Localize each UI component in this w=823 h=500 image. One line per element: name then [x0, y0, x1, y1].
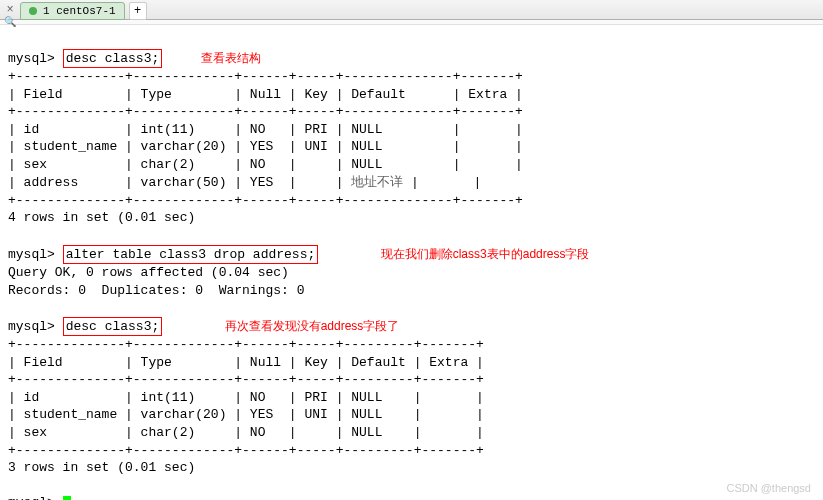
prompt: mysql>: [8, 319, 55, 334]
tbl2-row: | student_name | varchar(20) | YES | UNI…: [8, 407, 484, 422]
tbl2-row: | id | int(11) | NO | PRI | NULL | |: [8, 390, 484, 405]
tbl1-row-b: | |: [403, 175, 481, 190]
tbl2-row: | sex | char(2) | NO | | NULL | |: [8, 425, 484, 440]
tab-active[interactable]: 1 centOs7-1: [20, 2, 125, 20]
tbl1-row: | id | int(11) | NO | PRI | NULL | |: [8, 122, 523, 137]
tbl1-border: +--------------+-------------+------+---…: [8, 193, 523, 208]
annotation-3: 再次查看发现没有address字段了: [225, 319, 400, 333]
tbl2-header: | Field | Type | Null | Key | Default | …: [8, 355, 484, 370]
cmd-box-2: alter table class3 drop address;: [63, 245, 319, 265]
terminal-output[interactable]: mysql> desc class3; 查看表结构 +-------------…: [0, 25, 823, 500]
tbl2-border: +--------------+-------------+------+---…: [8, 337, 484, 352]
new-tab-button[interactable]: +: [129, 2, 147, 20]
addr-default: 地址不详: [351, 174, 403, 189]
tbl2-summary: 3 rows in set (0.01 sec): [8, 460, 195, 475]
status-dot-icon: [29, 7, 37, 15]
cmd-box-1: desc class3;: [63, 49, 163, 69]
tbl1-border: +--------------+-------------+------+---…: [8, 69, 523, 84]
annotation-1: 查看表结构: [201, 51, 261, 65]
tbl1-row: | sex | char(2) | NO | | NULL | |: [8, 157, 523, 172]
alter-ok: Query OK, 0 rows affected (0.04 sec): [8, 265, 289, 280]
cmd-box-3: desc class3;: [63, 317, 163, 337]
tab-label: 1 centOs7-1: [43, 5, 116, 17]
annotation-2: 现在我们删除class3表中的address字段: [381, 247, 590, 261]
alter-rec: Records: 0 Duplicates: 0 Warnings: 0: [8, 283, 304, 298]
prompt: mysql>: [8, 247, 55, 262]
tbl1-row-a: | address | varchar(50) | YES | |: [8, 175, 351, 190]
prompt: mysql>: [8, 51, 55, 66]
search-icon: 🔍: [4, 16, 16, 28]
watermark: CSDN @thengsd: [726, 482, 811, 494]
prompt: mysql>: [8, 495, 55, 500]
tbl1-row: | student_name | varchar(20) | YES | UNI…: [8, 139, 523, 154]
tbl1-border: +--------------+-------------+------+---…: [8, 104, 523, 119]
title-bar: × 1 centOs7-1 +: [0, 0, 823, 20]
tbl1-header: | Field | Type | Null | Key | Default | …: [8, 87, 523, 102]
tbl1-summary: 4 rows in set (0.01 sec): [8, 210, 195, 225]
tbl2-border: +--------------+-------------+------+---…: [8, 372, 484, 387]
cursor-icon: [63, 496, 71, 500]
tbl2-border: +--------------+-------------+------+---…: [8, 443, 484, 458]
